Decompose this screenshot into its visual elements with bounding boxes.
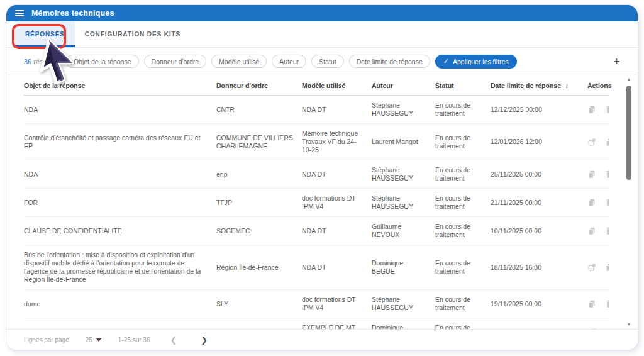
column-header[interactable]: Donneur d'ordre [216, 81, 298, 90]
tab-reponses[interactable]: RÉPONSES [15, 21, 75, 47]
column-header[interactable]: Auteur [372, 81, 431, 90]
scroll-up-icon[interactable]: ▲ [627, 77, 631, 82]
column-header[interactable]: Actions [587, 81, 612, 90]
filter-chip[interactable]: Date limite de réponse [349, 55, 430, 68]
cell-text: CLAUSE DE CONFIDENTIALITE [24, 227, 122, 235]
vertical-scrollbar[interactable]: ▲ ▼ [625, 77, 633, 327]
filter-chip[interactable]: Modèle utilisé [211, 55, 267, 68]
column-header-label: Objet de la réponse [24, 82, 85, 89]
cell-objet: FOR [24, 189, 213, 216]
trash-icon[interactable] [605, 198, 609, 207]
table-row[interactable]: CLAUSE DE CONFIDENTIALITESOGEMECNDA DTGu… [24, 217, 609, 245]
open-external-icon[interactable] [587, 263, 596, 272]
cell-modele: NDA DT [302, 217, 368, 245]
cell-objet: Contrôle d'étanchéité et passage caméra … [24, 124, 213, 160]
tab-configuration-des-kits[interactable]: CONFIGURATION DES KITS [75, 21, 191, 47]
dropdown-arrow-icon [96, 338, 102, 342]
cell-text: Stéphane HAUSSEGUY [372, 166, 428, 182]
duplicate-icon[interactable] [587, 198, 596, 207]
chevron-right-icon[interactable]: ❯ [197, 335, 211, 345]
cell-donneur: TFJP [216, 189, 298, 216]
column-header[interactable]: Objet de la réponse [24, 81, 213, 90]
add-icon[interactable]: + [612, 55, 621, 67]
check-icon: ✓ [443, 57, 449, 65]
cell-auteur: Dominique BEGUE [372, 318, 431, 329]
cell-text: CNTR [216, 106, 235, 114]
cell-statut: En cours de traitement [435, 96, 487, 123]
cell-statut: En cours de traitement [435, 318, 487, 329]
cell-modele: doc formations DT IPM V4 [302, 290, 368, 318]
app-window: Mémoires techniques RÉPONSES CONFIGURATI… [6, 5, 638, 350]
cell-statut: En cours de traitement [435, 290, 487, 318]
cell-text: En cours de traitement [435, 296, 483, 312]
filter-chip[interactable]: Statut [311, 55, 343, 68]
table-row[interactable]: Contrôle d'étanchéité et passage caméra … [24, 124, 609, 160]
column-header[interactable]: Modèle utilisé [302, 81, 368, 90]
app-header: Mémoires techniques [6, 5, 638, 21]
results-label: résultats [33, 58, 60, 65]
cell-text: En cours de traitement [435, 324, 483, 329]
table-row[interactable]: dumeSLYdoc formations DT IPM V4Stéphane … [24, 290, 609, 318]
duplicate-icon[interactable] [605, 263, 609, 272]
cell-text: 21/11/2025 00:00 [491, 199, 541, 207]
scrollbar-thumb[interactable] [626, 86, 631, 180]
cell-actions [587, 96, 609, 123]
trash-icon[interactable] [605, 226, 609, 235]
duplicate-icon[interactable] [605, 138, 609, 147]
trash-icon[interactable] [605, 105, 609, 114]
cell-actions [587, 189, 609, 216]
hamburger-menu-icon[interactable] [15, 10, 24, 16]
rows-per-page-select[interactable]: 25 [86, 337, 102, 343]
filter-chip[interactable]: Auteur [272, 55, 306, 68]
cell-text: Bus de l'orientation : mise à dispositio… [24, 251, 209, 284]
cell-auteur: Stéphane HAUSSEGUY [372, 290, 431, 318]
duplicate-icon[interactable] [587, 226, 596, 235]
filter-chip[interactable]: Objet de la réponse [66, 55, 139, 68]
cell-donneur: COMMUNE DE VILLIERS CHARLEMAGNE [216, 124, 298, 160]
scroll-down-icon[interactable]: ▼ [627, 322, 631, 327]
table-row[interactable]: NDAenpNDA DTStéphane HAUSSEGUYEn cours d… [24, 160, 609, 189]
cell-auteur: Laurent Mangot [372, 124, 431, 160]
cell-date: 12/12/2025 00:00 [491, 96, 584, 123]
cell-text: NDA [24, 170, 38, 179]
cell-text: Laurent Mangot [372, 138, 418, 146]
table-row[interactable]: Bus de l'orientation : mise à dispositio… [24, 245, 609, 290]
cell-modele: NDA DT [302, 160, 368, 188]
filter-chip[interactable]: Donneur d'ordre [144, 55, 207, 68]
table-row[interactable]: EPIDE ALENCONEPIDEEXEMPLE DE MT BTPDomin… [24, 318, 609, 329]
duplicate-icon[interactable] [587, 105, 596, 114]
table-row[interactable]: NDACNTRNDA DTStéphane HAUSSEGUYEn cours … [24, 96, 609, 124]
trash-icon[interactable] [605, 170, 609, 179]
column-header-label: Date limite de réponse [491, 82, 561, 89]
table-row[interactable]: FORTFJPdoc formations DT IPM V4Stéphane … [24, 189, 609, 217]
column-header[interactable]: Date limite de réponse↓ [491, 81, 584, 90]
apply-filters-button[interactable]: ✓ Appliquer les filtres [435, 55, 517, 69]
cell-text: Dominique BEGUE [372, 324, 428, 329]
cell-date: 12/01/2026 12:00 [491, 124, 584, 160]
duplicate-icon[interactable] [587, 299, 596, 308]
cell-objet: CLAUSE DE CONFIDENTIALITE [24, 217, 213, 245]
rows-per-page-label: Lignes par page [24, 337, 69, 343]
column-header[interactable]: Statut [435, 81, 487, 90]
cell-text: EXEMPLE DE MT BTP [302, 324, 364, 329]
cell-text: 12/01/2026 12:00 [491, 138, 542, 146]
scrollbar-track[interactable] [626, 82, 631, 322]
sort-descending-icon[interactable]: ↓ [565, 81, 569, 90]
cell-date: 19/11/2025 00:00 [491, 290, 584, 318]
cell-text: TFJP [216, 199, 232, 207]
column-header-label: Donneur d'ordre [216, 82, 268, 89]
cell-text: NDA [24, 106, 38, 114]
filter-bar: 36 résultats Objet de la réponseDonneur … [6, 48, 638, 75]
rows-per-page-value: 25 [86, 337, 92, 343]
open-external-icon[interactable] [587, 138, 596, 147]
cell-text: Mémoire technique Travaux VF du 24-10-25 [302, 130, 364, 154]
cell-auteur: Guillaume NEVOUX [372, 217, 431, 245]
duplicate-icon[interactable] [587, 170, 596, 179]
cell-objet: NDA [24, 96, 213, 123]
cell-actions [587, 290, 609, 318]
cell-text: 25/11/2025 00:00 [491, 170, 541, 179]
pagination-bar: Lignes par page 25 1-25 sur 36 ❮ ❯ [6, 329, 638, 350]
chevron-left-icon[interactable]: ❮ [166, 335, 180, 345]
cell-statut: En cours de traitement [435, 124, 487, 160]
trash-icon[interactable] [605, 299, 609, 308]
